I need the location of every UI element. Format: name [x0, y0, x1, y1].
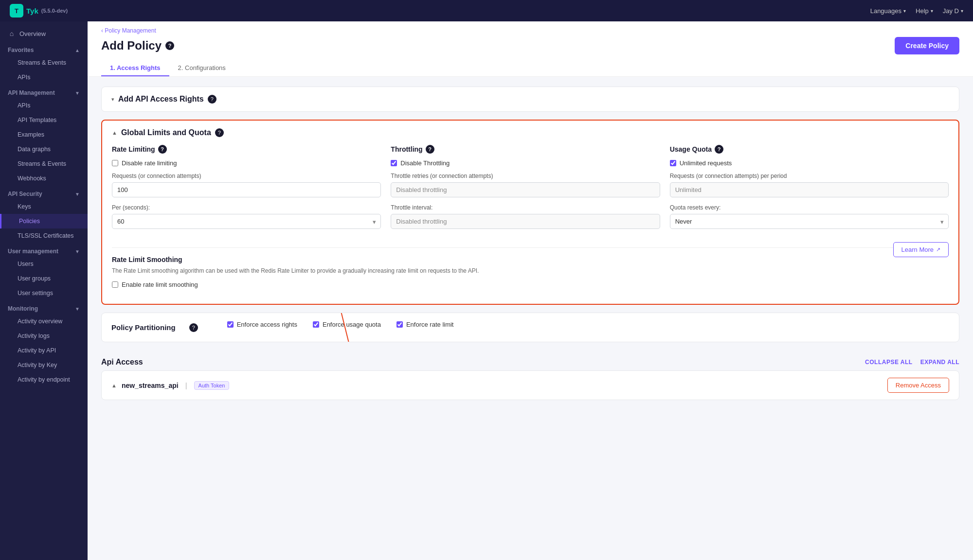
quota-requests-input[interactable] — [670, 182, 949, 197]
policy-partitioning-card: Policy Partitioning ? Enforce access rig… — [101, 313, 959, 342]
enforce-rate-limit-checkbox[interactable] — [396, 321, 403, 328]
sidebar-item-activity-overview[interactable]: Activity overview — [0, 314, 88, 329]
languages-menu[interactable]: Languages ▾ — [870, 7, 906, 15]
remove-access-button[interactable]: Remove Access — [887, 378, 949, 393]
rate-limiting-col: Rate Limiting ? Disable rate limiting Re… — [112, 145, 391, 236]
quota-resets-select[interactable]: Never Hourly Daily Weekly Monthly — [670, 214, 949, 229]
throttle-interval-input[interactable] — [391, 214, 660, 229]
chevron-down-icon: ▼ — [75, 192, 80, 197]
sidebar: ⌂ Overview Favorites ▲ Streams & Events … — [0, 21, 88, 560]
page-title-row: Add Policy ? Create Policy — [101, 37, 959, 60]
enable-smoothing-label[interactable]: Enable rate limit smoothing — [122, 281, 198, 288]
api-auth-type-badge: Auth Token — [194, 381, 230, 390]
disable-throttling-checkbox[interactable] — [391, 160, 397, 166]
app-version: (5.5.0-dev) — [41, 8, 68, 14]
content-body: ▾ Add API Access Rights ? ▲ Global Limit… — [88, 77, 973, 425]
per-seconds-select-wrapper: 60 30 120 — [112, 214, 381, 229]
tab-configurations[interactable]: 2. Configurations — [169, 60, 234, 76]
disable-rate-limiting-row: Disable rate limiting — [112, 159, 381, 167]
unlimited-requests-label[interactable]: Unlimited requests — [680, 159, 732, 167]
content-topbar: ‹ Policy Management Add Policy ? Create … — [88, 21, 973, 77]
usage-quota-help-icon[interactable]: ? — [715, 145, 723, 154]
page-title-help-icon[interactable]: ? — [165, 41, 174, 50]
enforce-usage-quota-checkbox[interactable] — [313, 321, 319, 328]
sidebar-item-activity-by-endpoint[interactable]: Activity by endpoint — [0, 372, 88, 387]
enforce-access-rights-checkbox[interactable] — [227, 321, 234, 328]
external-link-icon: ↗ — [936, 246, 940, 253]
rate-limiting-header: Rate Limiting ? — [112, 145, 381, 154]
smoothing-desc: The Rate Limit smoothing algorithm can b… — [112, 266, 893, 275]
quota-requests-label: Requests (or connection attempts) per pe… — [670, 173, 949, 179]
global-limits-help-icon[interactable]: ? — [215, 128, 224, 137]
sidebar-item-activity-by-key[interactable]: Activity by Key — [0, 358, 88, 372]
sidebar-item-webhooks[interactable]: Webhooks — [0, 171, 88, 186]
sidebar-item-apis-fav[interactable]: APIs — [0, 70, 88, 85]
api-item-card: ▲ new_streams_api | Auth Token Remove Ac… — [101, 370, 959, 400]
enable-smoothing-checkbox[interactable] — [112, 281, 118, 288]
topnav-right: Languages ▾ Help ▾ Jay D ▾ — [870, 7, 963, 15]
chevron-down-icon: ▼ — [75, 306, 80, 312]
sidebar-item-streams-events-fav[interactable]: Streams & Events — [0, 55, 88, 70]
create-policy-button[interactable]: Create Policy — [895, 37, 959, 54]
disable-throttling-label[interactable]: Disable Throttling — [400, 159, 450, 167]
disable-throttling-row: Disable Throttling — [391, 159, 660, 167]
throttling-col: Throttling ? Disable Throttling Throttle… — [391, 145, 669, 236]
per-seconds-select[interactable]: 60 30 120 — [112, 214, 381, 229]
sidebar-item-user-groups[interactable]: User groups — [0, 271, 88, 286]
sidebar-item-users[interactable]: Users — [0, 257, 88, 271]
disable-rate-limiting-label[interactable]: Disable rate limiting — [122, 159, 177, 167]
sidebar-item-keys[interactable]: Keys — [0, 199, 88, 214]
help-menu[interactable]: Help ▾ — [916, 7, 933, 15]
throttling-help-icon[interactable]: ? — [426, 145, 434, 154]
sidebar-item-activity-by-api[interactable]: Activity by API — [0, 343, 88, 358]
app-name: Tyk — [26, 7, 38, 15]
home-icon: ⌂ — [8, 30, 16, 37]
smoothing-section: Rate Limit Smoothing The Rate Limit smoo… — [112, 247, 949, 294]
throttle-retries-group: Throttle retries (or connection attempts… — [391, 173, 660, 197]
top-navigation: T Tyk (5.5.0-dev) Languages ▾ Help ▾ Jay… — [0, 0, 973, 21]
tyk-logo[interactable]: T Tyk (5.5.0-dev) — [10, 4, 68, 18]
global-limits-card: ▲ Global Limits and Quota ? Rate Limitin… — [101, 120, 959, 305]
api-item-header: ▲ new_streams_api | Auth Token Remove Ac… — [102, 371, 959, 400]
sidebar-item-data-graphs[interactable]: Data graphs — [0, 142, 88, 157]
throttle-retries-input[interactable] — [391, 182, 660, 197]
rate-limiting-help-icon[interactable]: ? — [158, 145, 167, 154]
user-menu[interactable]: Jay D ▾ — [943, 7, 963, 15]
usage-quota-header: Usage Quota ? — [670, 145, 949, 154]
enforce-access-rights-label[interactable]: Enforce access rights — [237, 321, 297, 328]
chevron-down-icon: ▾ — [931, 8, 933, 14]
add-api-row: ▾ Add API Access Rights ? — [102, 87, 959, 111]
chevron-down-icon: ▾ — [903, 8, 906, 14]
partitioning-help-icon[interactable]: ? — [189, 323, 198, 332]
sidebar-item-user-settings[interactable]: User settings — [0, 286, 88, 300]
sidebar-item-api-templates[interactable]: API Templates — [0, 113, 88, 127]
sidebar-item-streams-events[interactable]: Streams & Events — [0, 157, 88, 171]
main-content: ‹ Policy Management Add Policy ? Create … — [88, 21, 973, 560]
enforce-usage-quota-label[interactable]: Enforce usage quota — [323, 321, 381, 328]
api-chevron-up-icon: ▲ — [111, 383, 117, 388]
add-api-help-icon[interactable]: ? — [208, 95, 216, 104]
sidebar-item-activity-logs[interactable]: Activity logs — [0, 329, 88, 343]
sidebar-section-monitoring: Monitoring ▼ — [0, 300, 88, 314]
divider: | — [183, 382, 189, 389]
learn-more-button[interactable]: Learn More ↗ — [893, 242, 949, 257]
sidebar-item-policies[interactable]: Policies — [0, 214, 88, 228]
global-limits-header[interactable]: ▲ Global Limits and Quota ? — [102, 121, 958, 145]
sidebar-item-examples[interactable]: Examples — [0, 127, 88, 142]
sidebar-section-api-management: API Management ▼ — [0, 85, 88, 98]
enforce-rate-limit-label[interactable]: Enforce rate limit — [406, 321, 454, 328]
expand-all-button[interactable]: EXPAND ALL — [920, 359, 959, 366]
requests-form-group: Requests (or connection attempts) — [112, 173, 381, 197]
chevron-down-icon: ▾ — [111, 96, 114, 103]
disable-rate-limiting-checkbox[interactable] — [112, 160, 118, 166]
sidebar-item-overview[interactable]: ⌂ Overview — [0, 25, 88, 42]
unlimited-requests-checkbox[interactable] — [670, 160, 676, 166]
sidebar-item-tls-certificates[interactable]: TLS/SSL Certificates — [0, 228, 88, 243]
collapse-all-button[interactable]: COLLAPSE ALL — [865, 359, 913, 366]
sidebar-item-apis[interactable]: APIs — [0, 98, 88, 113]
tab-access-rights[interactable]: 1. Access Rights — [101, 60, 169, 76]
breadcrumb[interactable]: ‹ Policy Management — [101, 27, 959, 34]
per-seconds-label: Per (seconds): — [112, 204, 381, 211]
chevron-down-icon: ▾ — [961, 8, 963, 14]
requests-input[interactable] — [112, 182, 381, 197]
